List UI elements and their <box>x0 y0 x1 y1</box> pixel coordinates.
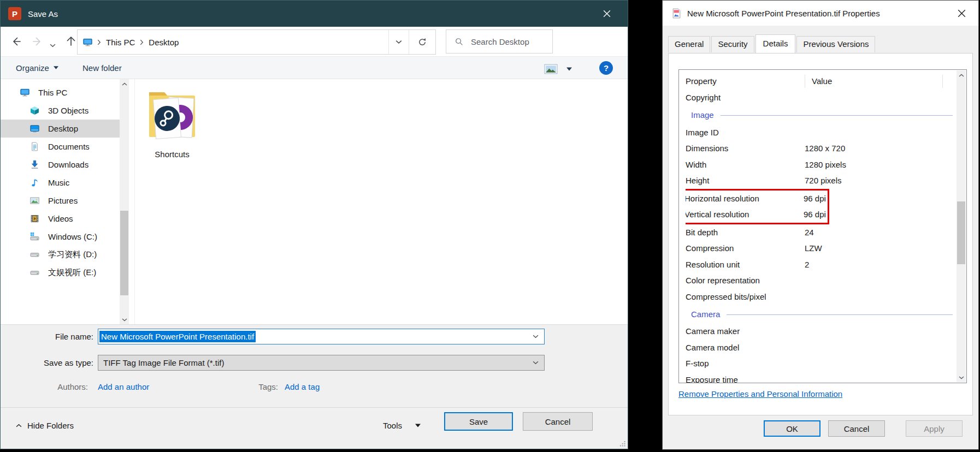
details-scrollbar[interactable] <box>957 70 966 382</box>
property-row-vertical-resolution[interactable]: Vertical resolution96 dpi <box>686 206 828 223</box>
pane-divider <box>134 79 135 324</box>
up-button[interactable] <box>65 35 77 49</box>
details-list: Property Value CopyrightImageImage IDDim… <box>678 69 967 383</box>
remove-properties-link[interactable]: Remove Properties and Personal Informati… <box>678 389 842 399</box>
property-row-bit-depth[interactable]: Bit depth24 <box>686 224 955 241</box>
sidebar-scrollbar[interactable] <box>120 79 129 324</box>
property-name: Vertical resolution <box>686 210 804 219</box>
file-name-input[interactable]: New Microsoft PowerPoint Presentation.ti… <box>98 329 545 344</box>
recent-locations-button[interactable] <box>50 40 56 49</box>
sidebar-item-3d-objects[interactable]: 3D Objects <box>1 102 120 120</box>
search-input[interactable]: Search Desktop <box>446 29 553 53</box>
scroll-thumb[interactable] <box>957 201 965 264</box>
cancel-button[interactable]: Cancel <box>523 412 593 431</box>
hide-folders-button[interactable]: Hide Folders <box>16 421 74 430</box>
scroll-down-button[interactable] <box>957 373 966 382</box>
scroll-thumb[interactable] <box>120 211 128 295</box>
search-placeholder: Search Desktop <box>471 37 529 46</box>
properties-close-button[interactable] <box>949 1 974 26</box>
sidebar-item-label: Videos <box>48 214 73 223</box>
property-row-width[interactable]: Width1280 pixels <box>686 157 955 173</box>
chevron-right-icon <box>97 39 101 45</box>
back-button[interactable] <box>10 35 22 49</box>
sidebar-item-desktop[interactable]: Desktop <box>1 120 120 138</box>
section-rule <box>721 115 953 116</box>
add-tag-link[interactable]: Add a tag <box>285 382 320 391</box>
column-header-value[interactable]: Value <box>805 75 943 88</box>
refresh-button[interactable] <box>409 30 435 54</box>
property-name: F-stop <box>686 359 805 368</box>
property-row-camera-maker[interactable]: Camera maker <box>686 323 955 340</box>
property-row-color-representation[interactable]: Color representation <box>686 272 955 289</box>
tab-details[interactable]: Details <box>755 34 796 53</box>
property-row-f-stop[interactable]: F-stop <box>686 355 955 372</box>
address-bar[interactable]: This PCDesktop <box>77 29 436 55</box>
property-row-compression[interactable]: CompressionLZW <box>686 240 955 257</box>
sidebar-item-label: Pictures <box>48 196 78 205</box>
new-folder-label: New folder <box>82 63 122 73</box>
property-name: Image ID <box>686 128 805 137</box>
pc-icon <box>20 88 29 97</box>
property-name: Exposure time <box>686 375 805 383</box>
close-button[interactable] <box>592 1 622 27</box>
scroll-up-button[interactable] <box>957 70 966 80</box>
organize-button[interactable]: Organize <box>16 57 58 79</box>
property-row-camera-model[interactable]: Camera model <box>686 340 955 356</box>
sidebar-item-downloads[interactable]: Downloads <box>1 156 120 174</box>
sidebar-item-this-pc[interactable]: This PC <box>1 84 120 102</box>
details-tab-page: Property Value CopyrightImageImage IDDim… <box>668 53 973 415</box>
scroll-up-button[interactable] <box>120 79 129 88</box>
tab-security[interactable]: Security <box>711 36 754 52</box>
chevron-up-icon <box>16 424 22 427</box>
ok-button[interactable]: OK <box>764 420 820 437</box>
pictures-icon <box>30 196 39 205</box>
file-item-shortcuts[interactable]: Shortcuts <box>141 85 203 159</box>
property-value: 96 dpi <box>804 210 828 219</box>
search-icon <box>454 37 464 46</box>
chevron-down-icon <box>533 361 539 365</box>
property-value: 96 dpi <box>804 194 828 203</box>
thumbnail-view-icon <box>544 64 558 74</box>
sidebar-item-music[interactable]: Music <box>1 174 120 192</box>
up-arrow-icon <box>65 35 77 47</box>
view-mode-button[interactable] <box>544 58 558 80</box>
save-as-dialog: P Save As This PCDesktop <box>0 0 628 449</box>
tools-button[interactable]: Tools <box>383 421 421 430</box>
help-button[interactable]: ? <box>599 61 613 75</box>
tab-previous-versions[interactable]: Previous Versions <box>796 36 875 52</box>
save-button-label: Save <box>469 417 488 426</box>
cancel-button-label: Cancel <box>844 424 870 433</box>
property-row-exposure-time[interactable]: Exposure time <box>686 372 955 383</box>
address-dropdown-button[interactable] <box>388 30 409 54</box>
resize-grip[interactable] <box>618 439 626 447</box>
tab-general[interactable]: General <box>668 36 710 52</box>
sidebar-item-windows-c[interactable]: Windows (C:) <box>1 228 120 246</box>
sidebar-item-documents[interactable]: Documents <box>1 138 120 156</box>
sidebar-item-videos[interactable]: Videos <box>1 210 120 228</box>
chevron-down-icon <box>50 44 56 47</box>
property-row-compressed-bits-pixel[interactable]: Compressed bits/pixel <box>686 289 955 305</box>
view-dropdown-button[interactable] <box>566 58 572 80</box>
property-row-image-id[interactable]: Image ID <box>686 124 955 141</box>
add-author-link[interactable]: Add an author <box>98 382 149 391</box>
scroll-down-button[interactable] <box>120 315 129 324</box>
breadcrumb-item-this-pc[interactable]: This PC <box>106 38 135 47</box>
sidebar-item-d[interactable]: 学习资料 (D:) <box>1 246 120 264</box>
sidebar-item-e[interactable]: 文娱视听 (E:) <box>1 264 120 282</box>
new-folder-button[interactable]: New folder <box>82 57 122 79</box>
property-row-height[interactable]: Height720 pixels <box>686 173 955 189</box>
sidebar-item-label: Documents <box>48 142 90 151</box>
cancel-button[interactable]: Cancel <box>828 420 885 437</box>
this-pc-icon <box>83 38 92 47</box>
property-row-dimensions[interactable]: Dimensions1280 x 720 <box>686 140 955 157</box>
property-row-resolution-unit[interactable]: Resolution unit2 <box>686 257 955 273</box>
property-row-horizontal-resolution[interactable]: Horizontal resolution96 dpi <box>686 191 828 207</box>
save-button[interactable]: Save <box>444 412 513 431</box>
property-row-copyright[interactable]: Copyright <box>686 90 955 106</box>
tif-file-icon <box>671 8 682 19</box>
breadcrumb-item-desktop[interactable]: Desktop <box>149 38 179 47</box>
column-header-property[interactable]: Property <box>686 75 805 88</box>
save-as-type-select[interactable]: TIFF Tag Image File Format (*.tif) <box>98 355 545 371</box>
sidebar-item-pictures[interactable]: Pictures <box>1 192 120 210</box>
forward-button[interactable] <box>31 35 43 49</box>
